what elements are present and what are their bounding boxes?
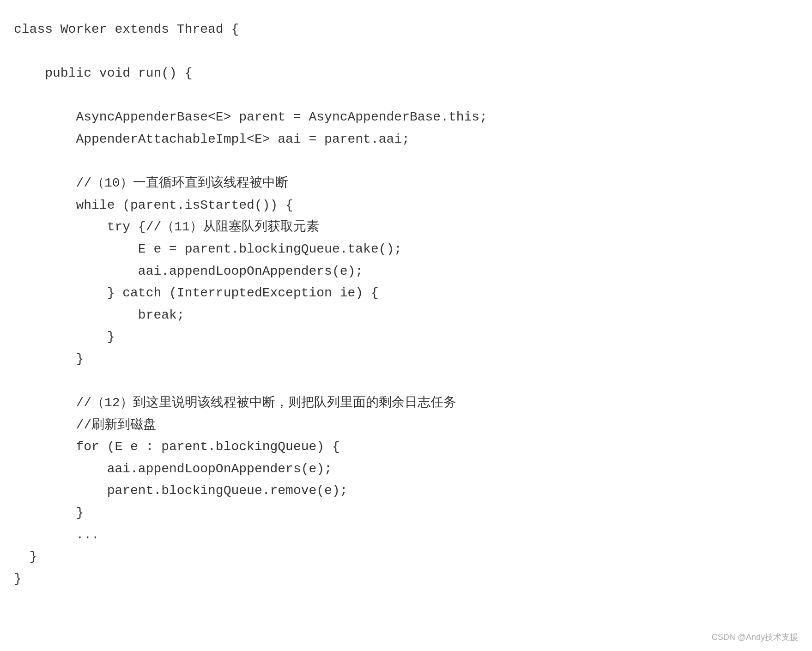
code-line: aai.appendLoopOnAppenders(e);	[14, 458, 784, 480]
code-line: //（12）到这里说明该线程被中断，则把队列里面的剩余日志任务	[14, 392, 784, 414]
code-line: class Worker extends Thread {	[14, 18, 784, 41]
watermark: CSDN @Andy技术支援	[712, 632, 798, 643]
code-line: break;	[14, 304, 784, 326]
code-container: class Worker extends Thread { public voi…	[0, 0, 812, 651]
code-line: parent.blockingQueue.remove(e);	[14, 480, 784, 502]
code-line: aai.appendLoopOnAppenders(e);	[14, 260, 784, 283]
code-line	[14, 370, 784, 392]
code-line: }	[14, 502, 784, 524]
code-line: //（10）一直循环直到该线程被中断	[14, 172, 784, 194]
code-line: }	[14, 568, 784, 590]
code-line: }	[14, 348, 784, 370]
code-line: }	[14, 326, 784, 348]
code-line: AsyncAppenderBase<E> parent = AsyncAppen…	[14, 106, 784, 128]
code-line: } catch (InterruptedException ie) {	[14, 282, 784, 304]
code-line: for (E e : parent.blockingQueue) {	[14, 436, 784, 458]
code-line	[14, 84, 784, 107]
code-line: }	[14, 546, 784, 568]
code-line: E e = parent.blockingQueue.take();	[14, 238, 784, 260]
code-line: public void run() {	[14, 62, 784, 84]
code-line: while (parent.isStarted()) {	[14, 194, 784, 217]
code-block: class Worker extends Thread { public voi…	[14, 18, 784, 590]
code-line: AppenderAttachableImpl<E> aai = parent.a…	[14, 128, 784, 151]
code-line: //刷新到磁盘	[14, 414, 784, 436]
code-line	[14, 41, 784, 63]
code-line: ...	[14, 524, 784, 546]
code-line	[14, 151, 784, 173]
code-line: try {//（11）从阻塞队列获取元素	[14, 216, 784, 238]
